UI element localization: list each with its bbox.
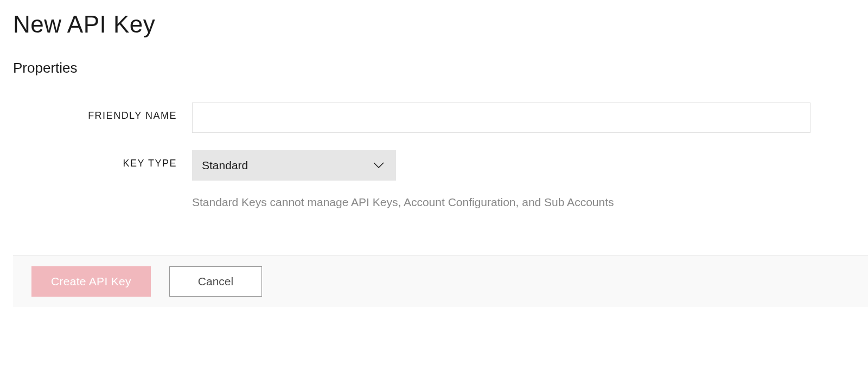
friendly-name-label: FRIENDLY NAME <box>13 103 192 121</box>
section-title: Properties <box>13 60 855 76</box>
footer-actions: Create API Key Cancel <box>13 255 868 307</box>
key-type-selected-value: Standard <box>192 150 396 181</box>
friendly-name-row: FRIENDLY NAME <box>13 103 855 133</box>
page-title: New API Key <box>13 11 855 38</box>
friendly-name-input[interactable] <box>192 103 810 133</box>
key-type-row: KEY TYPE Standard Standard Keys cannot m… <box>13 150 855 209</box>
key-type-help-text: Standard Keys cannot manage API Keys, Ac… <box>192 196 810 209</box>
key-type-label: KEY TYPE <box>13 150 192 169</box>
create-api-key-button[interactable]: Create API Key <box>31 266 151 297</box>
cancel-button[interactable]: Cancel <box>169 266 262 297</box>
key-type-select[interactable]: Standard <box>192 150 396 181</box>
